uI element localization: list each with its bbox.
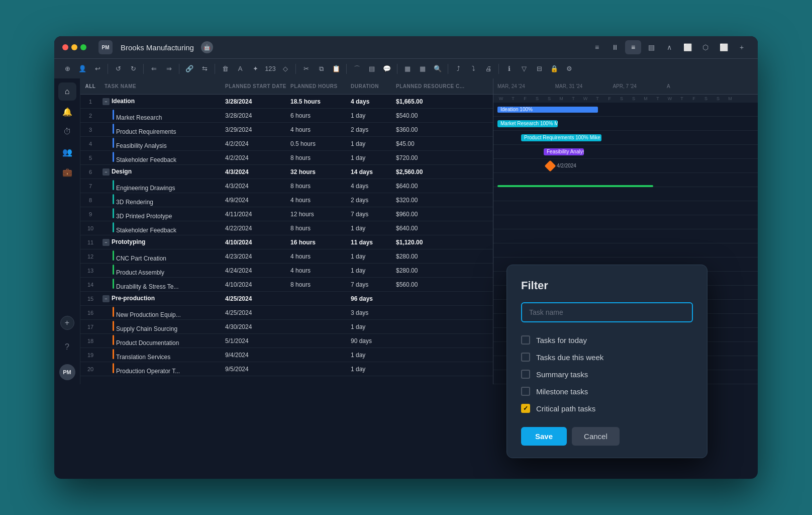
toolbar-upload-btn[interactable]: ⤴ bbox=[451, 62, 465, 76]
sidebar-item-notifications[interactable]: 🔔 bbox=[58, 103, 76, 121]
traffic-lights bbox=[62, 44, 86, 50]
table-row[interactable]: 1 −Ideation 3/28/2024 18.5 hours 4 days … bbox=[80, 95, 493, 109]
filter-checkbox-week[interactable] bbox=[521, 353, 530, 362]
toolbar-print-btn[interactable]: 🖨 bbox=[481, 62, 495, 76]
col-hours[interactable]: PLANNED HOURS bbox=[286, 83, 347, 89]
toolbar-indent-right-btn[interactable]: ⇒ bbox=[162, 62, 176, 76]
toolbar-text-btn[interactable]: A bbox=[233, 62, 247, 76]
table-row[interactable]: 4 Feasibility Analysis 4/2/2024 0.5 hour… bbox=[80, 137, 493, 151]
titlebar: PM Brooks Manufacturing 🤖 ≡ ⏸ ≡ ▤ ∧ ⬜ ⬡ … bbox=[54, 36, 758, 58]
table-row[interactable]: 15 −Pre-production 4/25/2024 96 days bbox=[80, 292, 493, 306]
filter-label-summary: Summary tasks bbox=[536, 370, 588, 379]
filter-option-milestone[interactable]: Milestone tasks bbox=[521, 383, 693, 400]
toolbar-filter-btn[interactable]: ⊟ bbox=[532, 62, 546, 76]
user-avatar[interactable]: PM bbox=[59, 364, 75, 380]
toolbar-lock-btn[interactable]: 🔒 bbox=[547, 62, 561, 76]
filter-search-input[interactable] bbox=[521, 302, 693, 322]
gantt-date-1: MAR, 24 '24 bbox=[497, 83, 525, 89]
nav-add-btn[interactable]: + bbox=[734, 40, 750, 54]
filter-option-week[interactable]: Tasks due this week bbox=[521, 349, 693, 366]
toolbar-add-btn[interactable]: ⊕ bbox=[60, 62, 74, 76]
table-row[interactable]: 17 Supply Chain Sourcing 4/30/2024 1 day bbox=[80, 320, 493, 334]
toolbar-info-btn[interactable]: ℹ bbox=[502, 62, 516, 76]
col-task-name[interactable]: TASK NAME bbox=[100, 83, 221, 89]
filter-cancel-button[interactable]: Cancel bbox=[572, 427, 620, 446]
sidebar-item-time[interactable]: ⏱ bbox=[58, 123, 76, 141]
table-row[interactable]: 13 Product Assembly 4/24/2024 4 hours 1 … bbox=[80, 264, 493, 278]
table-row[interactable]: 2 Market Research 3/28/2024 6 hours 1 da… bbox=[80, 109, 493, 123]
filter-checkbox-today[interactable] bbox=[521, 335, 530, 345]
col-resource-cost[interactable]: PLANNED RESOURCE C... bbox=[392, 83, 467, 89]
nav-board-btn[interactable]: ⬡ bbox=[697, 40, 714, 54]
toolbar-undo-btn[interactable]: ↺ bbox=[111, 62, 125, 76]
nav-pause-btn[interactable]: ⏸ bbox=[607, 40, 623, 54]
table-row[interactable]: 19 Translation Services 9/4/2024 1 day bbox=[80, 348, 493, 362]
toolbar-unlink-btn[interactable]: ⇆ bbox=[197, 62, 212, 76]
filter-checkbox-summary[interactable] bbox=[521, 370, 530, 379]
toolbar-notes-btn[interactable]: ▤ bbox=[365, 62, 379, 76]
table-row[interactable]: 18 Product Documentation 5/1/2024 90 day… bbox=[80, 334, 493, 348]
sidebar: ⌂ 🔔 ⏱ 👥 💼 + ? PM bbox=[54, 78, 80, 384]
toolbar-link-btn[interactable]: 🔗 bbox=[182, 62, 196, 76]
toolbar-delete-btn[interactable]: 🗑 bbox=[218, 62, 232, 76]
maximize-button[interactable] bbox=[80, 44, 86, 50]
toolbar-filter-down-btn[interactable]: ▽ bbox=[517, 62, 531, 76]
close-button[interactable] bbox=[62, 44, 68, 50]
toolbar-dependencies-btn[interactable]: ⌒ bbox=[350, 62, 364, 76]
sidebar-item-team[interactable]: 👥 bbox=[58, 143, 76, 161]
toolbar-highlight-btn[interactable]: ✦ bbox=[248, 62, 262, 76]
sidebar-item-projects[interactable]: 💼 bbox=[58, 163, 76, 181]
table-row[interactable]: 7 Engineering Drawings 4/3/2024 8 hours … bbox=[80, 179, 493, 193]
toolbar-comment-btn[interactable]: 💬 bbox=[380, 62, 394, 76]
table-row[interactable]: 12 CNC Part Creation 4/23/2024 4 hours 1… bbox=[80, 249, 493, 264]
toolbar-loop-btn[interactable]: ↩ bbox=[90, 62, 105, 76]
toolbar-cut-btn[interactable]: ✂ bbox=[299, 62, 313, 76]
filter-option-critical[interactable]: Critical path tasks bbox=[521, 400, 693, 417]
sidebar-add-btn[interactable]: + bbox=[60, 316, 74, 330]
gantt-row bbox=[493, 201, 758, 215]
gantt-row: Product Requirements 100% Mike bbox=[493, 131, 758, 145]
toolbar-redo-btn[interactable]: ↻ bbox=[126, 62, 140, 76]
nav-chart-btn[interactable]: ∧ bbox=[661, 40, 677, 54]
filter-save-button[interactable]: Save bbox=[521, 427, 567, 446]
toolbar-user-btn[interactable]: 👤 bbox=[75, 62, 89, 76]
col-all[interactable]: ALL bbox=[80, 83, 100, 89]
filter-option-today[interactable]: Tasks for today bbox=[521, 331, 693, 349]
toolbar-columns-btn[interactable]: ▦ bbox=[416, 62, 430, 76]
nav-table-btn[interactable]: ▤ bbox=[643, 40, 659, 54]
toolbar-indent-left-btn[interactable]: ⇐ bbox=[147, 62, 161, 76]
toolbar-shape-btn[interactable]: ◇ bbox=[278, 62, 292, 76]
toolbar-number-btn[interactable]: 123 bbox=[263, 62, 277, 76]
table-row[interactable]: 3 Product Requirements 3/29/2024 4 hours… bbox=[80, 123, 493, 137]
app-badge[interactable]: 🤖 bbox=[201, 41, 213, 53]
col-duration[interactable]: DURATION bbox=[347, 83, 392, 89]
table-row[interactable]: 5 Stakeholder Feedback 4/2/2024 8 hours … bbox=[80, 151, 493, 165]
nav-list-btn[interactable]: ≡ bbox=[589, 40, 605, 54]
toolbar-download-btn[interactable]: ⤵ bbox=[466, 62, 480, 76]
gantt-milestone-label: 4/2/2024 bbox=[557, 163, 576, 168]
table-row[interactable]: 6 −Design 4/3/2024 32 hours 14 days $2,5… bbox=[80, 165, 493, 179]
table-row[interactable]: 14 Durability & Stress Te... 4/10/2024 8… bbox=[80, 278, 493, 292]
filter-option-summary[interactable]: Summary tasks bbox=[521, 366, 693, 383]
filter-checkbox-milestone[interactable] bbox=[521, 387, 530, 396]
table-row[interactable]: 16 New Production Equip... 4/25/2024 3 d… bbox=[80, 306, 493, 320]
toolbar-grid-btn[interactable]: ▦ bbox=[400, 62, 415, 76]
table-row[interactable]: 9 3D Printed Prototype 4/11/2024 12 hour… bbox=[80, 207, 493, 221]
filter-checkbox-critical[interactable] bbox=[521, 404, 530, 413]
toolbar-copy-btn[interactable]: ⧉ bbox=[314, 62, 328, 76]
table-row[interactable]: 10 Stakeholder Feedback 4/22/2024 8 hour… bbox=[80, 221, 493, 235]
sidebar-item-home[interactable]: ⌂ bbox=[58, 82, 76, 101]
table-row[interactable]: 20 Production Operator T... 9/5/2024 1 d… bbox=[80, 362, 493, 376]
minimize-button[interactable] bbox=[71, 44, 77, 50]
col-start-date[interactable]: PLANNED START DATE bbox=[221, 83, 286, 89]
toolbar-search-btn[interactable]: 🔍 bbox=[431, 62, 445, 76]
table-row[interactable]: 8 3D Rendering 4/9/2024 4 hours 2 days $… bbox=[80, 193, 493, 207]
nav-gantt-btn[interactable]: ≡ bbox=[625, 40, 641, 54]
toolbar-settings-btn[interactable]: ⚙ bbox=[562, 62, 576, 76]
toolbar-paste-btn[interactable]: 📋 bbox=[329, 62, 343, 76]
nav-calendar-btn[interactable]: ⬜ bbox=[679, 40, 695, 54]
nav-split-btn[interactable]: ⬜ bbox=[716, 40, 732, 54]
sidebar-item-help[interactable]: ? bbox=[58, 338, 76, 356]
task-table-panel: ALL TASK NAME PLANNED START DATE PLANNED… bbox=[80, 78, 493, 384]
table-row[interactable]: 11 −Prototyping 4/10/2024 16 hours 11 da… bbox=[80, 235, 493, 249]
